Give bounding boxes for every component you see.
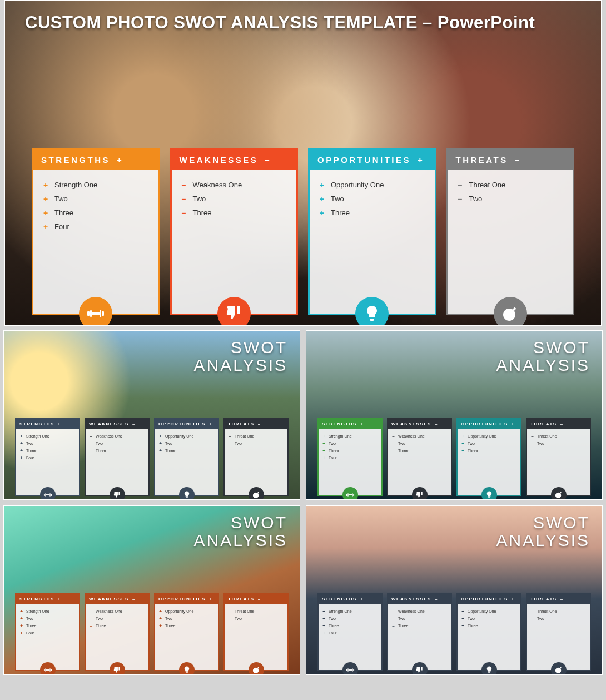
card-label: THREATS — [456, 155, 508, 165]
thumb-title: SWOTANALYSIS — [496, 514, 590, 549]
bullet-icon: + — [322, 616, 326, 621]
bullet-icon: + — [158, 448, 162, 453]
bullet-icon: – — [391, 616, 395, 621]
card-body: + Strength One + Two + Three — [319, 429, 381, 495]
item-text: Four — [329, 631, 336, 635]
list-item: – Weakness One — [89, 608, 145, 615]
card-body: + Strength One + Two + Three — [319, 604, 381, 670]
item-text: Two — [235, 441, 242, 445]
card-sign: + — [209, 421, 212, 426]
item-text: Four — [26, 631, 34, 635]
item-text: Opportunity One — [331, 181, 384, 189]
item-text: Three — [331, 208, 350, 217]
card-body: + Opportunity One + Two + Three — [458, 604, 520, 670]
swot-card: THREATS – – Threat One – Two — [223, 593, 289, 671]
list-item: – Two — [391, 615, 448, 622]
card-header: WEAKNESSES – — [86, 419, 148, 429]
bullet-icon: – — [530, 441, 534, 446]
bullet-icon: + — [319, 209, 325, 217]
item-text: Two — [96, 617, 103, 620]
card-header: OPPORTUNITIES + — [155, 594, 218, 604]
list-item: + Opportunity One — [158, 608, 215, 615]
item-text: Weakness One — [398, 609, 425, 613]
thumbdown-icon — [110, 662, 125, 675]
list-item: + Two — [158, 440, 215, 447]
list-item: + Four — [19, 454, 76, 461]
bulb-icon — [355, 297, 389, 326]
bullet-icon: – — [457, 195, 464, 203]
bullet-icon: + — [42, 195, 49, 203]
list-item: – Threat One — [228, 433, 284, 440]
swot-card-weaknesses: WEAKNESSES – – Weakness One – Two – Thre… — [170, 148, 299, 315]
list-item: – Threat One — [530, 608, 587, 615]
card-sign: + — [360, 597, 363, 602]
list-item: – Weakness One — [391, 433, 448, 440]
bullet-icon: – — [89, 616, 93, 621]
card-label: THREATS — [530, 421, 557, 426]
thumb-title: SWOTANALYSIS — [193, 339, 287, 374]
bullet-icon: + — [158, 434, 162, 439]
thumbnail-1[interactable]: SWOTANALYSIS STRENGTHS + + Strength One — [3, 330, 300, 500]
item-text: Two — [468, 617, 475, 620]
item-text: Four — [26, 456, 34, 460]
item-text: Two — [193, 195, 206, 203]
bulb-icon — [179, 487, 195, 500]
bullet-icon: + — [19, 448, 23, 453]
bullet-icon: + — [19, 616, 23, 621]
bullet-icon: – — [228, 434, 232, 439]
list-item: + Two — [461, 440, 517, 447]
item-text: Three — [54, 208, 73, 217]
card-body: + Opportunity One + Two + Three — [155, 429, 218, 495]
item-text: Two — [537, 617, 544, 620]
list-item: – Weakness One — [181, 178, 288, 192]
card-body: + Strength One + Two + Three — [16, 604, 79, 670]
list-item: – Three — [89, 622, 145, 629]
card-header: WEAKNESSES – — [388, 419, 451, 429]
card-sign: + — [360, 421, 363, 426]
thumbnail-2[interactable]: SWOTANALYSIS STRENGTHS + + Strength One — [306, 330, 603, 500]
bullet-icon: + — [158, 616, 162, 621]
list-item: – Two — [530, 440, 587, 447]
bullet-icon: + — [322, 609, 326, 614]
item-text: Strength One — [329, 609, 352, 613]
card-header: WEAKNESSES – — [86, 594, 148, 604]
card-sign: + — [58, 421, 61, 426]
list-item: – Two — [228, 615, 284, 622]
card-label: WEAKNESSES — [180, 155, 259, 165]
thumbnail-3[interactable]: SWOTANALYSIS STRENGTHS + + Strength One — [3, 505, 300, 675]
list-item: + Four — [322, 454, 378, 461]
list-item: + Three — [322, 622, 378, 629]
list-item: – Three — [181, 206, 288, 220]
bullet-icon: + — [461, 434, 465, 439]
card-label: THREATS — [228, 421, 255, 426]
bullet-icon: + — [19, 441, 23, 446]
card-header: THREATS – — [448, 150, 573, 170]
bulb-icon — [179, 662, 195, 675]
dumbbell-icon — [40, 662, 56, 675]
item-text: Three — [468, 449, 478, 453]
list-item: + Three — [158, 622, 215, 629]
bullet-icon: – — [228, 616, 232, 621]
bullet-icon: + — [461, 448, 465, 453]
item-text: Threat One — [469, 181, 506, 189]
bullet-icon: + — [461, 623, 465, 628]
item-text: Opportunity One — [468, 434, 496, 438]
list-item: + Opportunity One — [158, 433, 215, 440]
card-sign: + — [511, 421, 514, 426]
list-item: – Three — [89, 447, 145, 454]
thumb-title: SWOTANALYSIS — [496, 339, 590, 374]
bullet-icon: – — [89, 434, 93, 439]
card-header: OPPORTUNITIES + — [155, 419, 218, 429]
bullet-icon: – — [89, 448, 93, 453]
list-item: + Three — [42, 206, 150, 220]
card-label: WEAKNESSES — [391, 597, 431, 602]
list-item: – Two — [530, 615, 587, 622]
list-item: + Four — [19, 629, 76, 637]
item-text: Opportunity One — [165, 434, 193, 438]
list-item: – Two — [228, 440, 284, 447]
hero-title: CUSTOM PHOTO SWOT ANALYSIS TEMPLATE – Po… — [25, 13, 535, 33]
list-item: + Three — [461, 622, 517, 629]
card-sign: – — [258, 421, 260, 426]
thumbnail-4[interactable]: SWOTANALYSIS STRENGTHS + + Strength One — [306, 505, 603, 675]
bullet-icon: + — [19, 631, 23, 636]
